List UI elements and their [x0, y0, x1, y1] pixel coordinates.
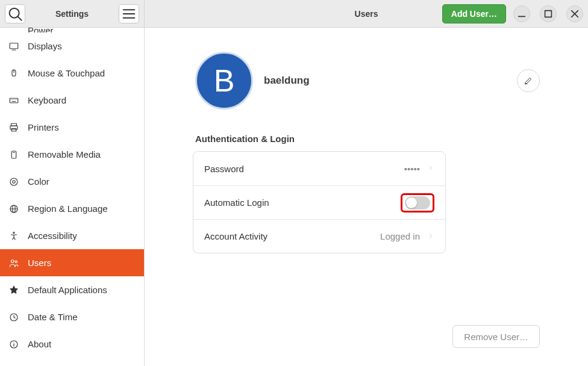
sidebar-item-label: Color [28, 176, 49, 187]
hamburger-icon [119, 4, 139, 23]
window-minimize-button[interactable] [513, 5, 530, 22]
password-label: Password [204, 164, 404, 174]
svg-rect-22 [11, 128, 16, 131]
account-activity-row[interactable]: Account Activity Logged in [193, 219, 445, 253]
sidebar-item-label: Accessibility [28, 231, 77, 241]
user-name: baeldung [264, 75, 310, 87]
sidebar-item-accessibility[interactable]: Accessibility [0, 222, 144, 249]
sidebar-item-label: Users [28, 258, 51, 268]
automatic-login-toggle[interactable] [405, 196, 430, 209]
sidebar-item-displays[interactable]: Displays [0, 33, 144, 60]
keyboard-icon [8, 95, 19, 106]
password-row[interactable]: Password ••••• [193, 152, 445, 185]
minimize-icon [514, 6, 530, 22]
window-controls [513, 5, 583, 22]
search-button[interactable] [5, 4, 25, 23]
add-user-label: Add User… [451, 9, 497, 19]
sidebar-item-label: Keyboard [28, 95, 66, 105]
sidebar-item-label: Default Applications [28, 285, 107, 295]
pencil-icon [524, 76, 533, 85]
svg-point-25 [10, 178, 17, 185]
window-maximize-button[interactable] [540, 5, 557, 22]
sidebar-item-label: Date & Time [28, 312, 78, 322]
power-icon [8, 28, 19, 33]
content-panel: B baeldung Authentication & Login Passwo… [145, 28, 588, 366]
svg-point-32 [15, 261, 17, 262]
sidebar-item-removable[interactable]: Removable Media [0, 141, 144, 168]
svg-point-26 [13, 180, 16, 183]
close-icon [567, 6, 583, 22]
chevron-right-icon [427, 164, 434, 173]
header-left: Settings [0, 0, 145, 28]
globe-icon [8, 203, 19, 214]
auth-section-title: Authentication & Login [195, 134, 540, 144]
password-value: ••••• [404, 164, 420, 174]
svg-point-31 [11, 259, 14, 262]
sidebar-item-label: About [28, 339, 51, 349]
svg-rect-13 [10, 98, 18, 103]
sidebar-item-label: Mouse & Touchpad [28, 68, 105, 78]
sidebar-menu-button[interactable] [119, 4, 139, 23]
add-user-button[interactable]: Add User… [442, 4, 506, 23]
sidebar-item-power[interactable]: Power [0, 28, 144, 33]
automatic-login-highlight [401, 193, 434, 212]
sidebar-item-region[interactable]: Region & Language [0, 195, 144, 222]
avatar[interactable]: B [195, 52, 253, 110]
sidebar-item-label: Displays [28, 41, 62, 51]
automatic-login-label: Automatic Login [204, 197, 401, 208]
sidebar: Power Displays Mouse & Touchpad Keyboard… [0, 28, 145, 366]
mouse-icon [8, 68, 19, 79]
sidebar-item-label: Removable Media [28, 149, 101, 160]
sidebar-item-color[interactable]: Color [0, 168, 144, 195]
sidebar-item-label: Power [28, 29, 54, 33]
user-profile: B baeldung [195, 52, 540, 110]
info-icon [8, 339, 19, 350]
clock-icon [8, 312, 19, 323]
edit-user-button[interactable] [517, 69, 540, 92]
window-close-button[interactable] [566, 5, 583, 22]
users-icon [8, 258, 19, 268]
displays-icon [8, 41, 19, 52]
sidebar-item-keyboard[interactable]: Keyboard [0, 87, 144, 114]
search-icon [5, 4, 25, 23]
svg-rect-6 [545, 10, 552, 17]
automatic-login-row: Automatic Login [193, 185, 445, 219]
accessibility-icon [8, 231, 19, 241]
maximize-icon [540, 6, 556, 22]
remove-user-label: Remove User… [464, 332, 528, 342]
header-right: Users Add User… [145, 0, 588, 28]
sidebar-item-printers[interactable]: Printers [0, 114, 144, 141]
svg-line-1 [18, 16, 22, 20]
account-activity-value: Logged in [380, 231, 420, 241]
auth-panel: Password ••••• Automatic Login Account A… [193, 151, 446, 253]
printers-icon [8, 122, 19, 133]
sidebar-item-about[interactable]: About [0, 330, 144, 358]
svg-rect-9 [10, 43, 18, 48]
header-bar: Settings Users Add User… [0, 0, 588, 28]
settings-title: Settings [25, 9, 119, 19]
account-activity-label: Account Activity [204, 231, 380, 241]
star-icon [8, 285, 19, 296]
sidebar-item-default-apps[interactable]: Default Applications [0, 276, 144, 303]
toggle-knob [406, 197, 417, 208]
body: Power Displays Mouse & Touchpad Keyboard… [0, 28, 588, 366]
svg-point-30 [13, 232, 14, 233]
chevron-right-icon [427, 232, 434, 241]
removable-media-icon [8, 149, 19, 160]
sidebar-item-users[interactable]: Users [0, 249, 144, 276]
sidebar-item-datetime[interactable]: Date & Time [0, 303, 144, 330]
remove-user-button[interactable]: Remove User… [452, 325, 540, 348]
sidebar-item-label: Region & Language [28, 203, 108, 214]
color-icon [8, 176, 19, 187]
sidebar-item-mouse[interactable]: Mouse & Touchpad [0, 60, 144, 87]
sidebar-item-label: Printers [28, 122, 59, 132]
